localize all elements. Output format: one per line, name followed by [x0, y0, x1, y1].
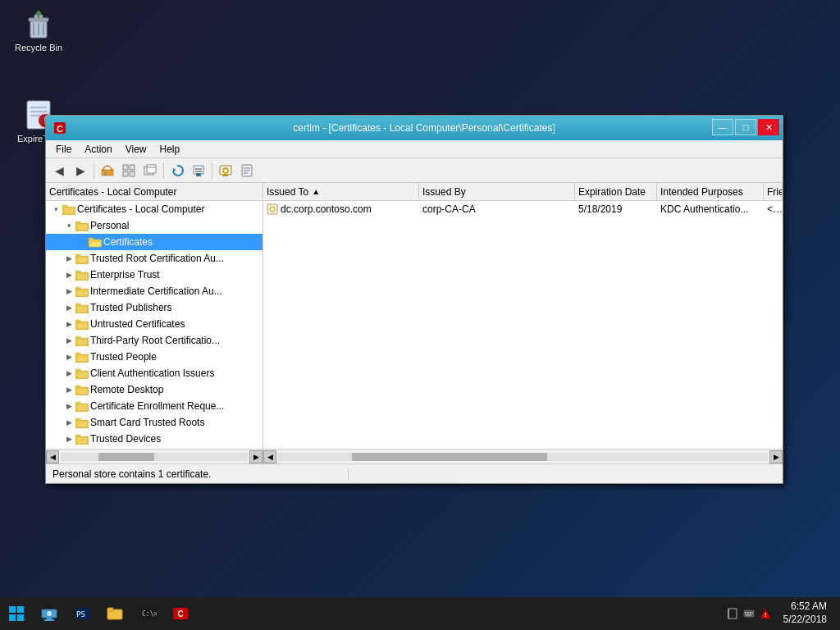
tree-label-trusted-publishers: Trusted Publishers	[90, 302, 172, 313]
tree-item-untrusted[interactable]: ▶ Untrusted Certificates	[46, 316, 262, 332]
tree-item-cert-enrollment[interactable]: ▶ Certificate Enrollment Reque...	[46, 398, 262, 414]
taskbar-cmd-icon[interactable]: C:\>	[131, 597, 164, 630]
tree-label-cert-enrollment: Certificate Enrollment Reque...	[90, 400, 224, 412]
tree-item-enterprise-trust[interactable]: ▶ Enterprise Trust	[46, 267, 262, 283]
system-clock[interactable]: 6:52 AM 5/22/2018	[777, 600, 833, 626]
recycle-bin-label: Recycle Bin	[15, 43, 62, 52]
tree-container[interactable]: ▾ Certificates - Local Computer ▾	[46, 201, 262, 449]
taskbar: PS C:\> C	[0, 597, 840, 630]
cert-row-icon	[267, 203, 278, 215]
right-h-scrollbar[interactable]: ◀ ▶	[263, 449, 783, 463]
col-header-issued-to[interactable]: Issued To ▲	[263, 183, 419, 200]
tree-expander-third-party[interactable]: ▶	[62, 334, 75, 347]
tree-expander-client-auth[interactable]: ▶	[62, 367, 75, 380]
tree-item-trusted-root[interactable]: ▶ Trusted Root Certification Au...	[46, 250, 262, 267]
menu-view[interactable]: View	[119, 142, 153, 157]
toolbar-sep-3	[212, 162, 212, 179]
taskbar-powershell-icon[interactable]: PS	[66, 597, 98, 630]
tree-expander-cert-enrollment[interactable]: ▶	[62, 399, 75, 413]
tray-warning-icon[interactable]: !	[759, 607, 772, 620]
toolbar-back-button[interactable]: ◀	[49, 161, 69, 180]
system-tray: !	[721, 607, 777, 620]
table-row[interactable]: dc.corp.contoso.com corp-CA-CA 5/18/2019…	[263, 201, 783, 217]
tree-item-certificates[interactable]: Certificates	[46, 234, 262, 250]
svg-rect-84	[76, 437, 88, 444]
taskbar-network-icon[interactable]	[33, 597, 66, 630]
tree-label-trusted-root: Trusted Root Certification Au...	[90, 253, 224, 264]
tree-expander-untrusted[interactable]: ▶	[62, 317, 75, 331]
tree-expander-trusted-root[interactable]: ▶	[62, 252, 75, 265]
tree-item-root[interactable]: ▾ Certificates - Local Computer	[46, 201, 262, 217]
col-header-friendly[interactable]: Friendly N...	[764, 183, 783, 200]
tree-item-trusted-publishers[interactable]: ▶ Trusted Publishers	[46, 299, 262, 316]
taskbar-explorer-icon[interactable]	[98, 597, 131, 630]
left-h-scrollbar[interactable]: ◀ ▶	[46, 449, 262, 463]
tree-expander-remote-desktop[interactable]: ▶	[62, 383, 75, 396]
tree-expander-smart-card[interactable]: ▶	[62, 416, 75, 429]
toolbar-up-button[interactable]	[98, 161, 117, 180]
svg-rect-72	[76, 372, 88, 378]
start-button[interactable]	[0, 597, 33, 630]
left-scrollbar-track[interactable]	[61, 453, 248, 461]
tray-flag-icon[interactable]	[726, 607, 739, 620]
window-title: certlm - [Certificates - Local Computer\…	[72, 122, 776, 134]
col-header-issued-by[interactable]: Issued By	[419, 183, 575, 200]
recycle-bin-icon	[22, 7, 55, 39]
desktop-icon-recycle-bin[interactable]: Recycle Bin	[6, 3, 71, 56]
scroll-left-btn[interactable]: ◀	[46, 450, 59, 463]
toolbar-forward-button[interactable]: ▶	[71, 161, 90, 180]
menu-action[interactable]: Action	[78, 142, 118, 157]
tree-item-personal[interactable]: ▾ Personal	[46, 217, 262, 234]
list-content[interactable]: dc.corp.contoso.com corp-CA-CA 5/18/2019…	[263, 201, 783, 449]
right-scrollbar-track[interactable]	[278, 453, 768, 461]
tree-expander-enterprise-trust[interactable]: ▶	[62, 268, 75, 281]
tray-keyboard-icon[interactable]	[742, 607, 756, 620]
toolbar-export-button[interactable]	[189, 161, 208, 180]
svg-rect-87	[9, 606, 16, 613]
tree-item-trusted-devices[interactable]: ▶ Trusted Devices	[46, 431, 262, 447]
taskbar-right: ! 6:52 AM 5/22/2018	[721, 600, 840, 626]
tree-expander-trusted-publishers[interactable]: ▶	[62, 301, 75, 314]
left-panel: Certificates - Local Computer ▾ Certific…	[46, 183, 263, 463]
tree-label-trusted-devices: Trusted Devices	[90, 433, 161, 445]
left-scrollbar-thumb[interactable]	[98, 453, 154, 461]
right-scroll-left-btn[interactable]: ◀	[263, 450, 276, 463]
close-button[interactable]: ✕	[758, 119, 779, 135]
tree-label-third-party: Third-Party Root Certificatio...	[90, 335, 220, 346]
menu-file[interactable]: File	[49, 142, 78, 157]
toolbar-show-hide-button[interactable]	[119, 161, 139, 180]
col-header-purposes[interactable]: Intended Purposes	[657, 183, 764, 200]
right-panel: Issued To ▲ Issued By Expiration Date In…	[263, 183, 783, 463]
tree-item-remote-desktop[interactable]: ▶ Remote Desktop	[46, 381, 262, 398]
maximize-button[interactable]: □	[735, 119, 756, 135]
tree-item-intermediate[interactable]: ▶ Intermediate Certification Au...	[46, 283, 262, 299]
tree-item-client-auth[interactable]: ▶ Client Authentication Issuers	[46, 365, 262, 381]
tree-expander-root[interactable]: ▾	[49, 203, 62, 216]
toolbar-cert-button[interactable]	[216, 161, 235, 180]
third-party-folder-icon	[75, 335, 89, 346]
trusted-root-folder-icon	[75, 253, 89, 264]
tree-item-trusted-people[interactable]: ▶ Trusted People	[46, 349, 262, 365]
minimize-button[interactable]: —	[712, 119, 733, 135]
svg-rect-51	[76, 257, 88, 263]
svg-rect-20	[123, 171, 128, 176]
scroll-right-btn[interactable]: ▶	[249, 450, 262, 463]
tree-item-smart-card[interactable]: ▶ Smart Card Trusted Roots	[46, 414, 262, 431]
tree-expander-personal[interactable]: ▾	[62, 219, 75, 232]
right-scrollbar-thumb[interactable]	[352, 453, 548, 461]
cert-enrollment-folder-icon	[75, 400, 89, 412]
toolbar-new-window-button[interactable]	[140, 161, 160, 180]
toolbar-refresh-button[interactable]	[167, 161, 187, 180]
untrusted-folder-icon	[75, 318, 89, 330]
tree-expander-intermediate[interactable]: ▶	[62, 285, 75, 298]
menu-help[interactable]: Help	[153, 142, 187, 157]
taskbar-certlm-icon[interactable]: C	[164, 597, 197, 630]
tree-item-third-party[interactable]: ▶ Third-Party Root Certificatio...	[46, 332, 262, 349]
tree-expander-certificates[interactable]	[75, 235, 89, 249]
tree-expander-trusted-devices[interactable]: ▶	[62, 432, 75, 445]
root-icon	[62, 203, 75, 215]
col-header-expiration[interactable]: Expiration Date	[575, 183, 657, 200]
right-scroll-right-btn[interactable]: ▶	[769, 450, 783, 463]
tree-expander-trusted-people[interactable]: ▶	[62, 350, 75, 363]
toolbar-properties-button[interactable]	[237, 161, 257, 180]
